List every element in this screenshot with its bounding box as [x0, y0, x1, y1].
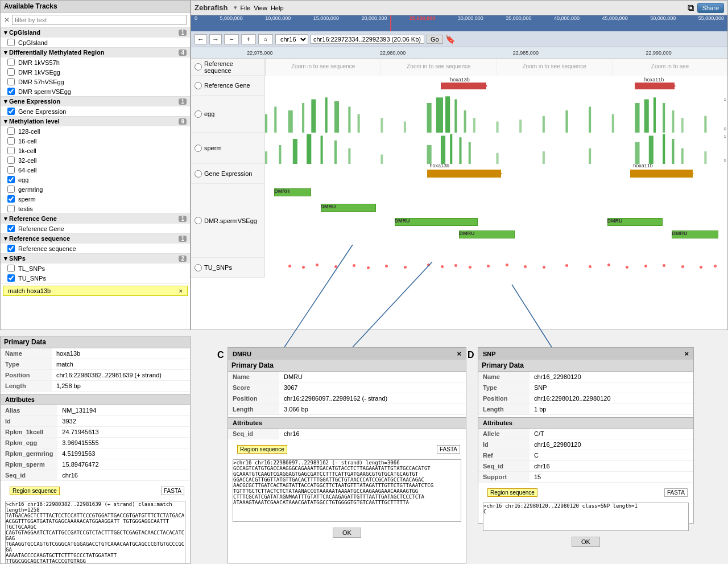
- fullscreen-icon[interactable]: ⧉: [688, 3, 694, 13]
- dropdown-arrow-icon[interactable]: ▾: [234, 4, 237, 11]
- track-checkbox-dmr1[interactable]: [7, 59, 15, 66]
- snp-dot-25[interactable]: [714, 265, 717, 267]
- snp-dot-24[interactable]: [700, 266, 702, 269]
- gene-hoxa11b[interactable]: [635, 83, 675, 89]
- track-checkbox-m9[interactable]: [7, 205, 15, 212]
- snp-dot-16[interactable]: [543, 266, 545, 269]
- zoom-in-button[interactable]: +: [241, 34, 256, 44]
- snp-dot-15[interactable]: [524, 265, 527, 268]
- track-item-dmr2[interactable]: DMR 1kVSEgg: [1, 67, 190, 77]
- track-checkbox-refseq[interactable]: [7, 245, 15, 252]
- track-item-m6[interactable]: egg: [1, 175, 190, 184]
- track-item-m4[interactable]: 32-cell: [1, 155, 190, 165]
- menu-help[interactable]: Help: [271, 5, 284, 11]
- filter-input[interactable]: [12, 15, 187, 25]
- track-section-dmr-header[interactable]: ▾ Differentially Methylated Region 4: [1, 48, 190, 57]
- track-item-refseq[interactable]: Reference sequence: [1, 244, 190, 253]
- track-checkbox-snp2[interactable]: [7, 274, 15, 282]
- track-checkbox-dmr3[interactable]: [7, 78, 15, 85]
- filter-clear-icon[interactable]: ✕: [4, 16, 10, 24]
- track-checkbox-m2[interactable]: [7, 137, 15, 145]
- filter-box[interactable]: ✕: [1, 13, 190, 28]
- ok-button-d[interactable]: OK: [572, 537, 600, 547]
- track-item-geneexp[interactable]: Gene Expression: [1, 106, 190, 116]
- track-radio-geneexp[interactable]: [195, 170, 202, 178]
- track-checkbox-m8[interactable]: [7, 195, 15, 203]
- track-section-refgene-header[interactable]: ▾ Reference Gene 1: [1, 214, 190, 224]
- track-checkbox-cpgisland[interactable]: [7, 39, 15, 46]
- sequence-textarea-b[interactable]: >chr16 chr16:22980382..22981639 (+ stran…: [5, 501, 185, 564]
- snp-dot-10[interactable]: [441, 265, 444, 268]
- match-close-icon[interactable]: ×: [179, 287, 183, 294]
- track-item-snp2[interactable]: TU_SNPs: [1, 273, 190, 283]
- track-item-m5[interactable]: 64-cell: [1, 165, 190, 175]
- position-input[interactable]: [311, 35, 424, 44]
- snp-dot-22[interactable]: [663, 264, 665, 267]
- snp-dot-13[interactable]: [487, 265, 490, 267]
- snp-dot-12[interactable]: [469, 266, 471, 269]
- geneexp-hoxa13b-bar[interactable]: hoxa13b: [427, 170, 501, 178]
- track-checkbox-m4[interactable]: [7, 157, 15, 164]
- track-item-cpgisland[interactable]: CpGIsland: [1, 38, 190, 47]
- track-checkbox-m3[interactable]: [7, 147, 15, 154]
- track-section-geneexp-header[interactable]: ▾ Gene Expression 1: [1, 97, 190, 106]
- chr-select[interactable]: chr16: [275, 34, 308, 44]
- track-item-m9[interactable]: testis: [1, 204, 190, 213]
- sequence-textarea-d[interactable]: >chr16 chr16:22980120..22980120 class=SN…: [483, 503, 689, 531]
- zoom-reset-button[interactable]: ⌂: [258, 34, 273, 44]
- panel-d-close-icon[interactable]: ×: [684, 349, 689, 358]
- track-checkbox-m5[interactable]: [7, 166, 15, 174]
- snp-dot-17[interactable]: [565, 264, 568, 267]
- snp-dot-18[interactable]: [589, 265, 592, 268]
- track-item-dmr4[interactable]: DMR spermVSEgg: [1, 87, 190, 96]
- track-radio-dmr[interactable]: [195, 217, 202, 224]
- nav-forward-button[interactable]: →: [209, 34, 222, 44]
- track-radio-sperm[interactable]: [195, 145, 202, 152]
- snp-dot-2[interactable]: [302, 266, 305, 269]
- track-item-m3[interactable]: 1k-cell: [1, 146, 190, 155]
- track-checkbox-snp1[interactable]: [7, 265, 15, 272]
- geneexp-hoxa11b-bar[interactable]: hoxa11b: [630, 170, 693, 178]
- track-item-snp1[interactable]: TL_SNPs: [1, 264, 190, 273]
- track-checkbox-dmr2[interactable]: [7, 68, 15, 76]
- track-checkbox-refgene[interactable]: [7, 225, 15, 232]
- snp-dot-14[interactable]: [506, 264, 508, 266]
- track-radio-snps[interactable]: [195, 264, 202, 271]
- snp-dot-8[interactable]: [404, 266, 407, 269]
- snp-dot-4[interactable]: [334, 265, 337, 268]
- snp-dot-11[interactable]: [454, 264, 457, 267]
- track-item-m1[interactable]: 128-cell: [1, 126, 190, 136]
- track-radio-egg[interactable]: [195, 110, 202, 118]
- zoom-out-button[interactable]: −: [224, 34, 239, 44]
- bookmark-icon[interactable]: 🔖: [445, 35, 455, 44]
- track-radio-refgene[interactable]: [195, 82, 202, 89]
- gene-hoxa13b[interactable]: [441, 83, 486, 89]
- track-item-dmr1[interactable]: DMR 1kVS57h: [1, 57, 190, 67]
- snp-dot-20[interactable]: [626, 266, 628, 269]
- sequence-textarea-c[interactable]: >chr16 chr16:22986097..22989162 (- stran…: [233, 459, 461, 522]
- snp-dot-9[interactable]: [427, 264, 430, 266]
- snp-dot-3[interactable]: [316, 264, 318, 266]
- ok-button-c[interactable]: OK: [333, 528, 361, 538]
- track-checkbox-m6[interactable]: [7, 176, 15, 183]
- fasta-button-b[interactable]: FASTA: [161, 487, 184, 495]
- snp-dot-19[interactable]: [607, 264, 610, 266]
- panel-c-close-icon[interactable]: ×: [457, 349, 461, 358]
- track-section-cpgisland-header[interactable]: ▾ CpGIsland 1: [1, 28, 190, 38]
- share-button[interactable]: Share: [697, 3, 724, 13]
- menu-view[interactable]: View: [254, 5, 267, 11]
- snp-dot-6[interactable]: [367, 266, 370, 269]
- track-item-dmr3[interactable]: DMR 57hVSEgg: [1, 77, 190, 87]
- snp-dot-21[interactable]: [644, 265, 647, 267]
- snp-dot-1[interactable]: [288, 265, 291, 267]
- go-button[interactable]: Go: [427, 35, 443, 44]
- snp-dot-7[interactable]: [385, 265, 388, 267]
- fasta-button-c[interactable]: FASTA: [437, 445, 460, 454]
- track-section-snps-header[interactable]: ▾ SNPs 2: [1, 254, 190, 264]
- track-checkbox-m1[interactable]: [7, 127, 15, 135]
- track-checkbox-dmr4[interactable]: [7, 88, 15, 95]
- track-section-refseq-header[interactable]: ▾ Reference sequence 1: [1, 234, 190, 244]
- track-checkbox-geneexp[interactable]: [7, 108, 15, 115]
- snp-dot-23[interactable]: [681, 265, 684, 268]
- track-item-refgene[interactable]: Reference Gene: [1, 224, 190, 233]
